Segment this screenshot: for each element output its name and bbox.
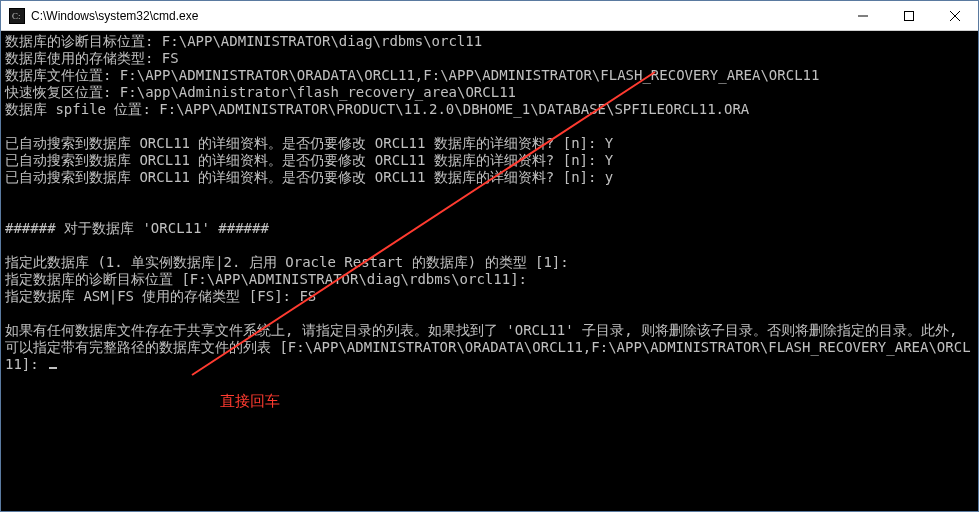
console-line: 数据库 spfile 位置: F:\APP\ADMINISTRATOR\PROD… [5,101,749,117]
cursor [49,367,57,369]
console-line: 数据库的诊断目标位置: F:\APP\ADMINISTRATOR\diag\rd… [5,33,482,49]
titlebar[interactable]: C: C:\Windows\system32\cmd.exe [1,1,978,31]
console-line: ###### 对于数据库 'ORCL11' ###### [5,220,269,236]
close-button[interactable] [932,1,978,30]
console-line: 已自动搜索到数据库 ORCL11 的详细资料。是否仍要修改 ORCL11 数据库… [5,169,613,185]
console-output[interactable]: 数据库的诊断目标位置: F:\APP\ADMINISTRATOR\diag\rd… [1,31,978,511]
console-line: 数据库使用的存储类型: FS [5,50,179,66]
svg-rect-4 [905,11,914,20]
console-line: 指定数据库 ASM|FS 使用的存储类型 [FS]: FS [5,288,316,304]
svg-text:C:: C: [12,11,21,21]
console-line: 快速恢复区位置: F:\app\Administrator\flash_reco… [5,84,516,100]
window-controls [840,1,978,30]
cmd-window: C: C:\Windows\system32\cmd.exe 数据库的诊断目标位… [0,0,979,512]
console-line: 已自动搜索到数据库 ORCL11 的详细资料。是否仍要修改 ORCL11 数据库… [5,135,613,151]
console-line: 指定数据库的诊断目标位置 [F:\APP\ADMINISTRATOR\diag\… [5,271,527,287]
maximize-button[interactable] [886,1,932,30]
cmd-icon: C: [9,8,25,24]
console-line: 数据库文件位置: F:\APP\ADMINISTRATOR\ORADATA\OR… [5,67,819,83]
console-line: 指定此数据库 (1. 单实例数据库|2. 启用 Oracle Restart 的… [5,254,569,270]
console-line: 已自动搜索到数据库 ORCL11 的详细资料。是否仍要修改 ORCL11 数据库… [5,152,613,168]
console-line: 如果有任何数据库文件存在于共享文件系统上, 请指定目录的列表。如果找到了 'OR… [5,322,971,372]
minimize-button[interactable] [840,1,886,30]
window-title: C:\Windows\system32\cmd.exe [31,9,840,23]
